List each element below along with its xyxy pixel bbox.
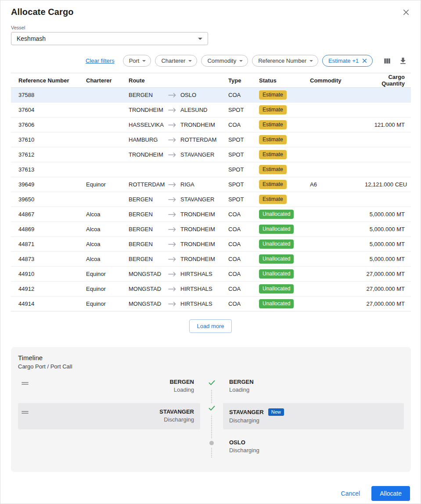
cancel-button[interactable]: Cancel [341,490,360,497]
cell-cargo-quantity: 5,000.000 MT [365,207,411,222]
table-row[interactable]: 44869AlcoaBERGENTRONDHEIMCOAUnallocated5… [11,222,411,237]
route-destination: RIGA [180,181,194,188]
arrow-right-icon [168,242,179,247]
cell-commodity [310,118,365,132]
cell-charterer [86,118,129,132]
filter-chip-commodity[interactable]: Commodity [201,55,248,67]
table-row[interactable]: 39650BERGENSTAVANGERSPOTEstimate [11,192,411,207]
chevron-down-icon [239,60,243,62]
cell-charterer: Alcoa [86,252,129,267]
table-row[interactable]: 37613SPOTEstimate [11,162,411,177]
cell-reference-number: 44910 [11,267,86,282]
filter-chip-label: Estimate +1 [328,57,359,64]
cell-commodity [310,297,365,311]
arrow-right-icon [168,212,179,217]
cell-status: Estimate [259,118,310,132]
cell-commodity [310,252,365,267]
table-row[interactable]: 44910EquinorMONGSTADHIRTSHALSCOAUnalloca… [11,267,411,282]
clear-filters-link[interactable]: Clear filters [86,57,115,64]
timeline-cargo-port-item[interactable]: STAVANGER Discharging [18,403,200,429]
cell-cargo-quantity: 5,000.000 MT [365,222,411,237]
arrow-right-icon [168,152,179,157]
close-icon[interactable] [362,58,367,64]
timeline-marker-cell [200,403,223,415]
vessel-select-value: Keshmash [17,35,46,42]
cell-reference-number: 37610 [11,132,86,147]
route-origin: ROTTERDAM [129,181,168,188]
cell-charterer [86,132,129,147]
cell-commodity [310,88,365,103]
cell-commodity [310,192,365,207]
filter-chip-estimate-active[interactable]: Estimate +1 [322,55,373,67]
table-row[interactable]: 37612TRONDHEIMSTAVANGERSPOTEstimate [11,147,411,162]
cell-type: COA [228,237,259,252]
cell-type: SPOT [228,103,259,118]
check-icon [207,378,217,390]
table-row[interactable]: 44912EquinorMONGSTADHIRTSHALSCOAUnalloca… [11,282,411,297]
cell-status: Unallocated [259,207,310,222]
load-more-button[interactable]: Load more [189,319,231,333]
table-row[interactable]: 39649EquinorROTTERDAMRIGASPOTEstimateA61… [11,177,411,192]
cell-cargo-quantity: 121.000 MT [365,118,411,132]
table-row[interactable]: 37604TRONDHEIMALESUNDSPOTEstimate [11,103,411,118]
route-origin: HAMBURG [129,136,168,143]
table-row[interactable]: 44871AlcoaBERGENTRONDHEIMCOAUnallocated5… [11,237,411,252]
cell-status: Unallocated [259,282,310,297]
vessel-label: Vessel [11,25,410,30]
timeline-port-call-item[interactable]: BERGEN Loading [223,378,404,397]
table-row[interactable]: 37610HAMBURGROTTERDAMSPOTEstimate [11,132,411,147]
table-header-row: Reference Number Charterer Route Type St… [11,73,411,88]
arrow-right-icon [168,182,179,187]
timeline-title: Timeline [18,354,404,361]
route-destination: TRONDHEIM [180,226,215,232]
timeline-port: BERGEN [229,379,254,385]
drag-handle-icon[interactable] [22,381,29,386]
drag-handle-icon[interactable] [22,410,29,415]
download-icon[interactable] [399,57,407,65]
timeline-panel: Timeline Cargo Port / Port Call BERGEN L… [11,347,411,472]
table-row[interactable]: 37588BERGENOSLOCOAEstimate [11,88,411,103]
allocate-button[interactable]: Allocate [371,486,410,501]
close-icon[interactable] [402,8,410,16]
cell-route: BERGENTRONDHEIM [129,222,228,237]
dialog-header: Allocate Cargo [0,0,421,17]
cell-type: SPOT [228,132,259,147]
cell-charterer: Equinor [86,177,129,192]
dialog-footer: Cancel Allocate [0,486,421,501]
timeline-cargo-port-item[interactable]: BERGEN Loading [18,378,200,397]
cell-charterer [86,103,129,118]
cell-cargo-quantity: 12,121.000 CEU [365,177,411,192]
route-destination: HIRTSHALS [180,271,212,277]
cell-reference-number: 37613 [11,162,86,177]
table-row[interactable]: 44867AlcoaBERGENTRONDHEIMCOAUnallocated5… [11,207,411,222]
cell-cargo-quantity: 27,000.000 MT [365,282,411,297]
filter-chip-charterer[interactable]: Charterer [155,55,197,67]
cell-reference-number: 44867 [11,207,86,222]
status-badge: Unallocated [259,254,294,264]
column-header: Cargo Quantity [365,73,411,88]
new-badge: New [268,408,284,416]
route-destination: TRONDHEIM [180,122,215,128]
cell-charterer: Equinor [86,297,129,311]
table-row[interactable]: 44873AlcoaBERGENTRONDHEIMCOAUnallocated5… [11,252,411,267]
cell-reference-number: 37606 [11,118,86,132]
column-header: Reference Number [11,73,86,88]
cell-route: MONGSTADHIRTSHALS [129,297,228,311]
timeline-port-call-item[interactable]: OSLO Discharging [223,438,404,458]
vessel-select[interactable]: Keshmash [11,32,208,45]
cell-status: Unallocated [259,222,310,237]
cell-route: MONGSTADHIRTSHALS [129,282,228,297]
columns-icon[interactable] [383,57,392,65]
table-row[interactable]: 44914EquinorMONGSTADHIRTSHALSCOAUnalloca… [11,297,411,311]
cell-status: Unallocated [259,267,310,282]
filter-chip-reference-number[interactable]: Reference Number [252,55,318,67]
route-origin: BERGEN [129,92,168,98]
cell-charterer: Equinor [86,267,129,282]
timeline-port-call-item[interactable]: STAVANGER New Discharging [223,403,404,429]
dialog-title: Allocate Cargo [11,7,74,17]
filter-chip-port[interactable]: Port [123,55,151,67]
route-destination: TRONDHEIM [180,241,215,247]
table-row[interactable]: 37606HASSELVIKATRONDHEIMCOAEstimate121.0… [11,118,411,132]
cell-status: Estimate [259,132,310,147]
route-origin: HASSELVIKA [129,122,168,128]
